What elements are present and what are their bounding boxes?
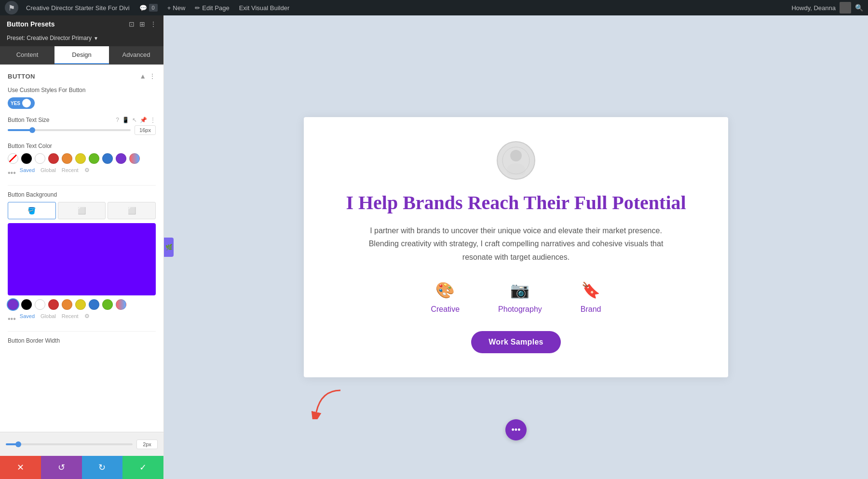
divi-panel-handle[interactable]: 🌿 xyxy=(164,238,174,257)
cursor-icon[interactable]: ↖ xyxy=(132,117,137,123)
fullscreen-icon[interactable]: ⊡ xyxy=(129,20,135,28)
divider-1 xyxy=(8,185,156,186)
bg-type-color[interactable]: 🪣 xyxy=(8,202,56,219)
bg-type-gradient1[interactable]: ⬜ xyxy=(58,202,106,219)
panel-header-icons: ⊡ ⊞ ⋮ xyxy=(129,20,157,28)
swatch-green[interactable] xyxy=(89,153,99,164)
panel-preset: Preset: Creative Director Primary ▼ xyxy=(0,33,163,46)
photography-icon: 📷 xyxy=(510,281,529,299)
user-avatar[interactable] xyxy=(840,2,851,13)
cancel-button[interactable]: ✕ xyxy=(0,456,41,479)
panel-title: Button Presets xyxy=(7,20,55,28)
bg-swatch-green[interactable] xyxy=(102,299,113,310)
admin-edit-page[interactable]: ✏ Edit Page xyxy=(191,0,233,15)
creative-icon: 🎨 xyxy=(435,281,455,299)
collapse-icon[interactable]: ▲ xyxy=(139,72,146,80)
hero-subtitle: I partner with brands to uncover their u… xyxy=(357,224,675,264)
section-header-button: Button ▲ ⋮ xyxy=(8,72,156,80)
bg-swatch-gradient[interactable] xyxy=(116,299,126,310)
services-row: 🎨 Creative 📷 Photography 🔖 Brand xyxy=(431,281,601,314)
pin-icon[interactable]: 📌 xyxy=(140,117,147,123)
redo-button[interactable]: ↻ xyxy=(82,456,123,479)
custom-styles-toggle-row: YES xyxy=(8,97,156,109)
bg-swatch-orange[interactable] xyxy=(62,299,72,310)
swatch-red[interactable] xyxy=(48,153,59,164)
arrow-indicator xyxy=(312,386,350,421)
background-label: Button Background xyxy=(8,191,156,198)
section-more-icon[interactable]: ⋮ xyxy=(149,72,156,80)
text-size-value[interactable]: 16px xyxy=(135,125,156,135)
undo-button[interactable]: ↺ xyxy=(41,456,82,479)
swatch-gradient[interactable] xyxy=(129,153,140,164)
swatch-orange[interactable] xyxy=(62,153,72,164)
dots-icon[interactable]: ⋮ xyxy=(150,117,156,123)
admin-comments[interactable]: 💬 0 xyxy=(136,0,162,15)
search-icon[interactable]: 🔍 xyxy=(855,4,863,12)
admin-bar: ⚑ Creative Director Starter Site For Div… xyxy=(0,0,868,15)
more-options-icon[interactable]: ⋮ xyxy=(150,20,157,28)
confirm-button[interactable]: ✓ xyxy=(122,456,163,479)
panel-content: Button ▲ ⋮ Use Custom Styles For Button … xyxy=(0,65,163,432)
bg-swatches-settings-icon[interactable]: ⚙ xyxy=(84,313,90,319)
bg-swatch-black[interactable] xyxy=(21,299,32,310)
brand-icon: 🔖 xyxy=(581,281,600,299)
preset-dropdown-icon[interactable]: ▼ xyxy=(94,36,98,41)
text-size-thumb[interactable] xyxy=(29,127,35,133)
creative-label: Creative xyxy=(431,305,460,314)
swatches-meta-text: Saved Global Recent ⚙ xyxy=(20,167,90,173)
swatch-transparent[interactable] xyxy=(8,153,18,164)
left-panel: Button Presets ⊡ ⊞ ⋮ Preset: Creative Di… xyxy=(0,15,164,479)
bg-swatch-white[interactable] xyxy=(35,299,45,310)
tab-design[interactable]: Design xyxy=(54,46,109,64)
swatch-blue[interactable] xyxy=(102,153,113,164)
custom-styles-toggle[interactable]: YES xyxy=(8,97,35,109)
swatch-purple[interactable] xyxy=(116,153,126,164)
bg-swatch-yellow[interactable] xyxy=(75,299,86,310)
admin-exit-builder[interactable]: Exit Visual Builder xyxy=(235,0,294,15)
text-color-swatches xyxy=(8,153,156,164)
admin-site-name[interactable]: Creative Director Starter Site For Divi xyxy=(22,0,134,15)
svg-point-0 xyxy=(510,150,522,161)
tab-advanced[interactable]: Advanced xyxy=(109,46,163,64)
admin-new[interactable]: + New xyxy=(163,0,190,15)
panel-header: Button Presets ⊡ ⊞ ⋮ xyxy=(0,15,163,33)
text-size-field-row: Button Text Size ? 📱 ↖ 📌 ⋮ xyxy=(8,117,156,123)
floating-dots-button[interactable]: ••• xyxy=(505,419,527,440)
bg-swatch-blue[interactable] xyxy=(89,299,99,310)
photography-label: Photography xyxy=(498,305,542,314)
border-slider-track xyxy=(6,443,133,445)
text-size-icons: ? 📱 ↖ 📌 ⋮ xyxy=(116,117,156,123)
columns-icon[interactable]: ⊞ xyxy=(139,20,145,28)
avatar-svg xyxy=(502,146,530,175)
service-photography: 📷 Photography xyxy=(498,281,542,314)
section-title-button: Button xyxy=(8,73,35,80)
swatches-settings-icon[interactable]: ⚙ xyxy=(84,167,90,173)
bg-swatch-purple[interactable] xyxy=(8,299,18,310)
bg-more-colors-dots[interactable]: ••• xyxy=(8,315,16,323)
action-bar: ✕ ↺ ↻ ✓ xyxy=(0,456,163,479)
hero-title: I Help Brands Reach Their Full Potential xyxy=(346,191,686,214)
tab-bar: Content Design Advanced xyxy=(0,46,163,65)
swatch-black[interactable] xyxy=(21,153,32,164)
swatch-white[interactable] xyxy=(35,153,45,164)
mobile-icon[interactable]: 📱 xyxy=(122,117,129,123)
border-width-value[interactable]: 2px xyxy=(136,439,158,449)
bg-swatches-meta: Saved Global Recent ⚙ xyxy=(20,313,90,319)
border-slider-row: 2px xyxy=(6,439,158,449)
more-colors-dots[interactable]: ••• xyxy=(8,169,16,177)
bg-swatch-red[interactable] xyxy=(48,299,59,310)
toggle-knob xyxy=(22,99,31,107)
divi-handle-icon: 🌿 xyxy=(165,244,173,251)
text-size-track xyxy=(8,129,131,131)
divider-2 xyxy=(8,331,156,332)
border-slider-thumb[interactable] xyxy=(15,441,21,447)
cta-button[interactable]: Work Samples xyxy=(471,331,561,353)
swatch-yellow[interactable] xyxy=(75,153,86,164)
wp-logo[interactable]: ⚑ xyxy=(5,1,18,14)
bg-type-gradient2[interactable]: ⬜ xyxy=(108,202,156,219)
panel-bottom: 2px xyxy=(0,432,163,456)
custom-styles-label: Use Custom Styles For Button xyxy=(8,87,156,93)
tab-content[interactable]: Content xyxy=(0,46,54,64)
help-icon[interactable]: ? xyxy=(116,117,119,123)
text-size-fill xyxy=(8,129,32,131)
